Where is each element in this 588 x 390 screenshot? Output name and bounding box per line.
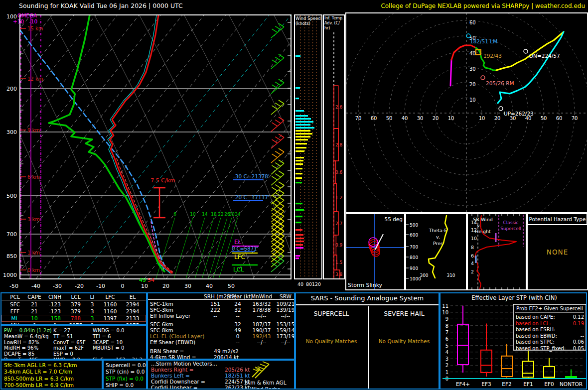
- kin-cell: --/--: [249, 339, 275, 345]
- kin-cell: 222: [204, 307, 227, 313]
- kin-header-spacer: [148, 293, 204, 299]
- thetae-ylabel: 800: [410, 255, 418, 260]
- stp-category-label: EF0: [544, 381, 554, 387]
- stp-category-label: EF4+: [456, 381, 470, 387]
- wind-barb-flag: [279, 134, 284, 137]
- thermo-column: WNDG = 0.0TEI = 63CAPE = 10MBURST = 0 Si…: [93, 328, 143, 360]
- hodo-axis-label: 20: [433, 116, 439, 121]
- hodo-axis-label: 20: [494, 116, 501, 121]
- kin-row: SFC-8km 49190/37159/14: [148, 327, 294, 333]
- parcel-cell: -123: [44, 301, 66, 307]
- km-label: 1 km: [27, 250, 40, 256]
- pressure-label: 300: [6, 129, 17, 135]
- wind-barb-flag: [279, 182, 284, 185]
- parcel-header: LI: [86, 294, 99, 300]
- wind-barb-flag: [272, 165, 278, 169]
- kin-cell: 187/37: [249, 321, 275, 327]
- thermo-param: MidRH = 96%: [4, 345, 52, 351]
- thermo-param: [93, 351, 143, 357]
- wind-speed-bar: [295, 98, 299, 99]
- parcel-cell: 21: [25, 308, 44, 314]
- adv-panel-title: hr): [324, 26, 330, 30]
- lfc-label: LFC: [234, 254, 245, 260]
- wind-speed-bar: [295, 168, 302, 169]
- wind-barb: [271, 261, 284, 272]
- wind-speed-bar: [295, 238, 304, 239]
- kin-cell: 192/43: [249, 333, 275, 339]
- temp-tick-label: 40: [206, 283, 213, 289]
- hodo-axis-label: 60: [556, 116, 563, 121]
- parcel-row: SFC21-123379311602394: [1, 301, 146, 308]
- kin-row: LCL-EL (Cloud Layer) 0192/43173/19: [148, 333, 294, 339]
- temp-tick-label: -10: [96, 283, 105, 289]
- lapse-rate-line: 700-500mb LR = 6.9 C/km: [1, 382, 102, 389]
- wind-speed-bar: [295, 150, 304, 152]
- stp-legend-label: based on EBWD:: [516, 333, 557, 339]
- kin-header: SRW: [275, 293, 295, 299]
- kin-extra-value: 206/14 kt: [204, 354, 249, 360]
- kin-cell: --: [227, 339, 249, 345]
- wind-speed-bar: [295, 173, 302, 174]
- lapse-rate-line: 3-6km AGL LR = 7.0 C/km: [1, 369, 102, 375]
- stp-legend-value: --: [581, 333, 585, 339]
- thetae-ylabel: 900: [410, 266, 418, 271]
- thermo-param: WNDG = 0.0: [93, 328, 143, 334]
- kin-row-label: SFC-6km: [148, 321, 204, 327]
- wind-barb-flag: [272, 202, 278, 206]
- thermo-column: K = 27TT = 51ConvT = 65FmaxT = 62FESP = …: [53, 328, 86, 360]
- mixing-ratio-line: [213, 218, 232, 279]
- thetae-title: Theta-E: [429, 228, 447, 233]
- parcel-cell: 1397: [99, 315, 122, 321]
- thermo-param: LowRH = 82%: [4, 340, 52, 346]
- wind-speed-bar: [295, 143, 307, 144]
- srwind-ylabel: 4: [471, 260, 474, 266]
- kin-cell: 151: [204, 301, 227, 307]
- parcel-header: CINH: [44, 294, 66, 300]
- kin-cell: [204, 339, 227, 345]
- wind-speed-bar: [295, 110, 304, 112]
- km-label: 9 km: [27, 128, 40, 133]
- adv-value: 0.6: [335, 170, 343, 175]
- thermo-param: ConvT = 65F: [53, 340, 86, 346]
- parcel-cell: 788: [66, 315, 86, 321]
- thermo-column: PW = 0.84in (1-2σ)MeanW = 6.4g/kgLowRH =…: [4, 328, 52, 360]
- stp-ytick-label: 6: [445, 336, 448, 342]
- storm-motion-marker: [524, 49, 528, 53]
- hodograph-trace: [450, 60, 451, 86]
- mixing-ratio-label: 22: [218, 212, 223, 217]
- kin-cell: 24: [227, 301, 249, 307]
- stp-box: [501, 356, 512, 377]
- iso-m20-label: -20 C=17117': [233, 194, 270, 200]
- parcel-row: ML10-158788313972133: [1, 315, 146, 322]
- wind-barb-flag: [272, 176, 278, 180]
- kin-cell: [204, 333, 227, 339]
- mixing-ratio-label: 10: [190, 212, 196, 217]
- sars-hail-header: SEVERE HAIL: [369, 310, 440, 317]
- temp-tick-label: 0: [121, 283, 125, 289]
- temp-tick-label: -40: [31, 283, 40, 289]
- wind-speed-panel: Wind Speed(knots)4080120: [294, 12, 323, 291]
- parcel-cell: EFF: [5, 308, 25, 314]
- hodo-axis-label: 10: [469, 97, 476, 103]
- sars-title: SARS - Sounding Analogue System: [296, 293, 439, 305]
- wind-speed-bar: [295, 115, 308, 117]
- wind-barb-flag: [275, 163, 281, 166]
- wind-barb-flag: [272, 154, 278, 157]
- title-bar: Sounding for KOAK Valid Tue 06 Jan 2026 …: [0, 0, 588, 12]
- kin-row-label: SFC-3km: [148, 307, 204, 313]
- thermo-param: TT = 51: [53, 334, 86, 340]
- barb-flag: [260, 364, 267, 367]
- pressure-label: 700: [6, 231, 17, 238]
- temp-tick-label: 10: [141, 283, 148, 289]
- wind-speed-bar: [295, 124, 310, 126]
- sars-supercell-message: No Quality Matches: [296, 338, 367, 344]
- storm-motion-marker: [499, 107, 503, 111]
- kin-row-label: SFC-1km: [148, 301, 204, 307]
- thetae-curve: [429, 216, 447, 278]
- slinky-angle-label: 55 deg: [385, 216, 403, 222]
- stp-category-label: NONTOR: [560, 381, 583, 387]
- composite-indices: Supercell = 0.0STP (cin) = 0.0STP (fix) …: [103, 360, 147, 390]
- thermo-param: K = 27: [53, 328, 86, 334]
- pressure-label: 200: [6, 86, 17, 92]
- kin-row: Eff Shear (EBWD) ----/----/--: [148, 339, 294, 345]
